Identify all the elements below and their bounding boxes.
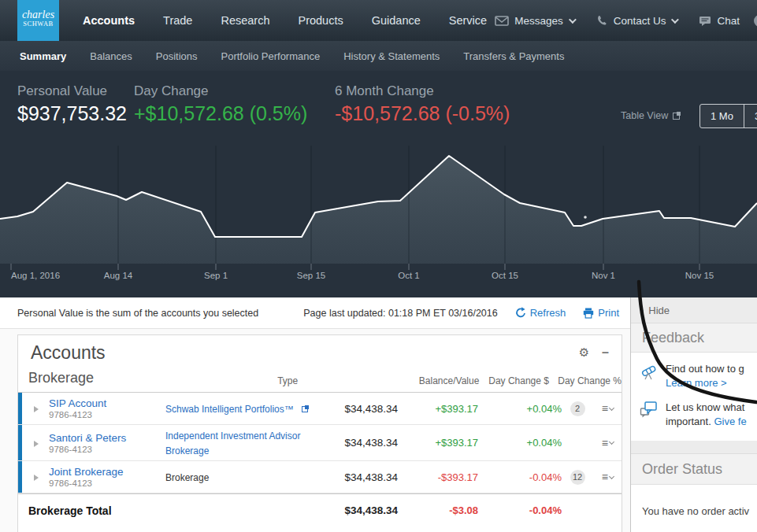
row-accent-bar (18, 425, 22, 460)
column-type: Type (277, 375, 407, 386)
nav-item-service[interactable]: Service (449, 14, 487, 27)
tab-transfers-payments[interactable]: Transfers & Payments (463, 50, 564, 62)
group-label: Brokerage (18, 370, 277, 386)
account-type-text: Brokerage (165, 472, 209, 483)
order-status-header: Order Status (631, 453, 757, 485)
refresh-icon (515, 307, 526, 319)
table-row: Santori & Peters 9786-4123 Independent I… (18, 425, 622, 461)
feedback-text-1: Find out how to g (666, 363, 744, 375)
x-axis-label: Oct 1 (398, 271, 419, 280)
personal-value-hero: Personal Value $937,753.32 Day Change +$… (0, 71, 757, 297)
envelope-icon (495, 16, 509, 26)
x-axis-label: Nov 1 (592, 271, 615, 280)
account-name-cell: SIP Account 9786-4123 (49, 397, 165, 419)
x-axis-label: Sep 15 (297, 271, 325, 280)
account-number: 9786-4123 (49, 445, 165, 454)
messages-label: Messages (514, 15, 563, 27)
column-day-change-pct: Day Change % (549, 375, 622, 386)
account-name-cell: Santori & Peters 9786-4123 (49, 432, 165, 454)
nav-item-accounts[interactable]: Accounts (83, 14, 135, 27)
row-accent-bar (18, 461, 22, 493)
account-type-cell: Brokerage (165, 470, 315, 484)
feedback-bubbles-icon (639, 401, 659, 419)
nav-item-guidance[interactable]: Guidance (372, 14, 421, 27)
tab-portfolio-performance[interactable]: Portfolio Performance (221, 50, 320, 62)
messages-menu[interactable]: Messages (487, 15, 582, 27)
table-row: SIP Account 9786-4123 Schwab Intelligent… (18, 393, 622, 425)
account-type-link[interactable]: Independent Investment Advisor Brokerage (165, 430, 300, 456)
tab-positions[interactable]: Positions (156, 50, 198, 62)
expand-arrow-icon[interactable] (34, 406, 39, 412)
total-label: Brokerage Total (18, 504, 315, 517)
main-content: Accounts ⚙ – Brokerage Type Balance/Valu… (0, 330, 630, 532)
chevron-down-icon (609, 473, 614, 478)
balance-value: $34,438.34 (315, 471, 398, 483)
chat-button[interactable]: Chat (691, 15, 748, 27)
personal-value-chart[interactable] (0, 71, 757, 297)
learn-more-link[interactable]: Learn more > (666, 377, 727, 389)
contact-us-label: Contact Us (614, 15, 666, 27)
accounts-card-header: Accounts ⚙ – (18, 335, 622, 370)
alert-count-badge[interactable]: 12 (570, 470, 585, 485)
account-type-link[interactable]: Schwab Intelligent Portfolios™ (165, 404, 294, 415)
feedback-item: Let us know what important. Give fe (639, 401, 752, 428)
day-change-pct-value: +0.04% (478, 403, 562, 415)
order-status-empty-text: You have no order activ (642, 505, 749, 517)
expander-cell (22, 401, 49, 416)
total-balance: $34,438.34 (315, 504, 398, 516)
day-change-value: +$393.17 (398, 403, 478, 415)
expand-arrow-icon[interactable] (34, 475, 39, 481)
x-axis-label: Aug 14 (104, 271, 132, 280)
balance-value: $34,438.34 (315, 437, 398, 449)
print-button[interactable]: Print (583, 307, 619, 319)
expander-cell (22, 436, 49, 450)
account-link[interactable]: SIP Account (49, 397, 165, 409)
help-icon[interactable]: ? (754, 15, 757, 27)
tab-summary[interactable]: Summary (20, 50, 66, 62)
collapse-icon[interactable]: – (602, 345, 609, 360)
gear-icon[interactable]: ⚙ (579, 345, 589, 360)
account-number: 9786-4123 (49, 410, 165, 419)
x-axis-label: Nov 15 (685, 271, 714, 280)
brokerage-total-row: Brokerage Total $34,438.34 -$3.08 -0.04% (18, 493, 622, 526)
top-nav-items: Accounts Trade Research Products Guidanc… (83, 14, 487, 27)
table-row: Joint Brokerage 9786-4123 Brokerage $34,… (18, 461, 622, 493)
status-bar: Personal Value is the sum of the account… (0, 297, 630, 329)
row-menu-button[interactable]: ≡ (602, 471, 622, 483)
personal-value-note: Personal Value is the sum of the account… (17, 308, 258, 319)
accounts-card: Accounts ⚙ – Brokerage Type Balance/Valu… (17, 334, 622, 532)
hide-sidebar-button[interactable]: › Hide (631, 297, 757, 323)
sidebar-gap (631, 441, 757, 453)
account-link[interactable]: Joint Brokerage (49, 466, 165, 478)
expander-cell (22, 470, 49, 484)
chevron-down-icon (569, 16, 577, 24)
last-updated-text: Page last updated: 01:18 PM ET 03/16/201… (303, 308, 497, 319)
contact-us-menu[interactable]: Contact Us (588, 15, 685, 27)
feedback-item: Find out how to g Learn more > (639, 362, 752, 390)
nav-item-research[interactable]: Research (221, 14, 269, 27)
row-menu-button[interactable]: ≡ (602, 402, 622, 415)
telescope-icon (639, 362, 659, 381)
accounts-title: Accounts (31, 342, 106, 364)
expand-arrow-icon[interactable] (34, 441, 39, 447)
print-label: Print (598, 307, 619, 319)
accounts-card-tools: ⚙ – (579, 345, 609, 360)
chevron-down-icon (671, 16, 679, 24)
alert-count-badge[interactable]: 2 (570, 401, 585, 416)
printer-icon (583, 308, 594, 319)
external-link-icon[interactable] (302, 406, 308, 412)
schwab-logo[interactable]: charles SCHWAB (17, 0, 59, 41)
day-change-value: -$393.17 (398, 471, 478, 483)
chat-label: Chat (717, 15, 740, 27)
give-feedback-link[interactable]: Give fe (714, 416, 746, 427)
logo-line2: SCHWAB (17, 20, 59, 28)
refresh-button[interactable]: Refresh (515, 307, 566, 319)
tab-balances[interactable]: Balances (90, 50, 132, 62)
nav-item-products[interactable]: Products (298, 14, 343, 27)
row-menu-button[interactable]: ≡ (602, 437, 622, 449)
feedback-header: Feedback (631, 323, 757, 353)
account-link[interactable]: Santori & Peters (49, 432, 165, 444)
tab-history-statements[interactable]: History & Statements (343, 50, 440, 62)
chevron-down-icon (609, 405, 614, 410)
nav-item-trade[interactable]: Trade (163, 14, 192, 27)
